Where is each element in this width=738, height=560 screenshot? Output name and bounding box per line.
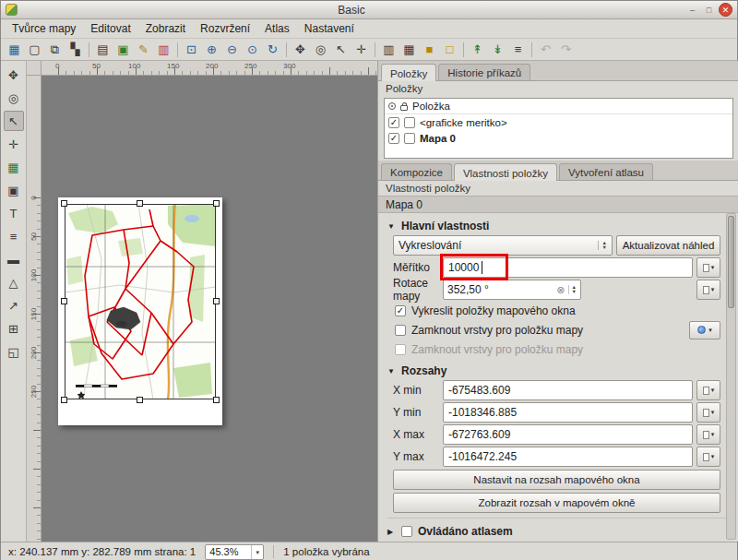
set-to-map-extent-button[interactable]: Nastavit na rozsah mapového okna [393,470,720,490]
add-attribute-table-icon[interactable]: ⊞ [4,318,24,339]
expand-icon[interactable]: ▶ [387,528,396,536]
selection-handle[interactable] [61,200,67,207]
layout-manager-icon[interactable]: ▚ [65,40,85,59]
move-item-content-icon[interactable]: ✛ [4,134,24,154]
zoom-in-icon[interactable]: ⊕ [202,40,221,59]
add-label-icon[interactable]: T [4,203,24,223]
move-item-content-icon[interactable]: ✛ [351,40,371,59]
menu-item[interactable]: Tvůrce mapy [5,20,83,37]
map-item[interactable] [65,204,216,399]
selection-handle[interactable] [137,397,143,403]
chevron-down-icon[interactable]: ▾ [251,545,263,559]
duplicate-layout-icon[interactable]: ⧉ [45,40,65,59]
xmax-input[interactable]: -672763.609 [443,424,693,445]
ymax-input[interactable]: -1016472.245 [443,447,693,467]
item-lock-checkbox[interactable]: ✓ [404,117,415,128]
zoom-actual-icon[interactable]: ⊙ [243,40,262,59]
menu-item[interactable]: Nastavení [297,20,362,37]
toolbar-separator[interactable] [375,42,375,57]
layout-viewport[interactable] [42,76,377,542]
collapse-icon[interactable]: ▼ [387,222,396,231]
layer-preset-button[interactable]: ▾ [689,321,720,340]
item-lock-checkbox[interactable]: ✓ [404,133,415,144]
zoom-tool-icon[interactable]: ◎ [311,40,330,59]
zoom-out-icon[interactable]: ⊖ [222,40,242,59]
lock-items-icon[interactable]: ■ [420,40,439,59]
redo-icon[interactable]: ↷ [556,40,576,59]
maximize-button[interactable]: □ [702,3,716,17]
rotation-spinbox[interactable]: 352,50 ° ⊗ ▲▼ [443,280,581,300]
save-icon[interactable]: ▦ [5,40,24,59]
zoom-full-icon[interactable]: ⊡ [182,40,201,59]
export-image-icon[interactable]: ▣ [113,40,133,59]
lock-layers-checkbox[interactable]: ✓ [395,325,406,336]
add-legend-icon[interactable]: ≡ [4,226,24,246]
atlas-checkbox[interactable]: ✓ [401,526,412,537]
draw-map-items-checkbox[interactable]: ✓ [395,305,406,316]
update-preview-button[interactable]: Aktualizovat náhled [616,235,720,256]
pan-tool-icon[interactable]: ✥ [4,65,24,85]
unlock-items-icon[interactable]: □ [440,40,459,59]
zoom-tool-icon[interactable]: ◎ [4,88,24,108]
item-row-scalebar[interactable]: ✓ ✓ <graficke meritko> [385,114,732,130]
tab-items[interactable]: Položky [381,64,436,81]
tab-item-properties[interactable]: Vlastnosti položky [454,163,557,181]
toolbar-separator[interactable] [177,42,178,57]
item-row-map[interactable]: ✓ ✓ Mapa 0 [385,130,732,146]
export-pdf-icon[interactable]: ▥ [154,40,173,59]
clear-value-icon[interactable]: ⊗ [556,284,565,296]
xmin-input[interactable]: -675483.609 [443,380,693,400]
new-layout-icon[interactable]: ▢ [25,40,44,59]
section-main-properties[interactable]: ▼ Hlavní vlastnosti [387,219,732,233]
select-move-item-icon[interactable]: ↖ [331,40,351,59]
layout-page[interactable] [58,197,222,425]
titlebar[interactable]: Basic – □ ✕ [1,1,737,19]
add-html-frame-icon[interactable]: ◱ [4,341,24,362]
selection-handle[interactable] [137,200,143,207]
section-extents[interactable]: ▼ Rozsahy [387,363,732,378]
view-extent-in-canvas-button[interactable]: Zobrazit rozsah v mapovém okně [393,493,720,513]
menu-item[interactable]: Editovat [83,20,137,37]
selection-handle[interactable] [61,298,67,304]
ymin-input[interactable]: -1018346.885 [443,402,693,423]
tab-atlas-generation[interactable]: Vytvoření atlasu [559,163,653,180]
item-visibility-checkbox[interactable]: ✓ [388,133,399,144]
print-icon[interactable]: ▤ [93,40,113,59]
menu-item[interactable]: Rozvržení [193,20,257,37]
add-scalebar-icon[interactable]: ▬ [4,249,24,269]
toolbar-separator[interactable] [89,42,89,57]
add-image-icon[interactable]: ▣ [4,180,24,200]
properties-scrollbar[interactable] [726,213,736,540]
add-arrow-icon[interactable]: ↗ [4,295,24,316]
add-shape-icon[interactable]: △ [4,272,24,292]
add-map-icon[interactable]: ▦ [4,157,24,177]
minimize-button[interactable]: – [685,3,699,17]
undo-icon[interactable]: ↶ [536,40,555,59]
tab-composition[interactable]: Kompozice [381,163,452,180]
ymin-data-defined-button[interactable]: ▾ [696,402,720,423]
selection-handle[interactable] [213,298,220,304]
selection-handle[interactable] [213,397,220,403]
scrollbar-thumb[interactable] [728,216,734,308]
render-mode-combo[interactable]: Vykreslování ▲▼ [393,235,613,256]
menu-item[interactable]: Zobrazit [138,20,193,37]
ymax-data-defined-button[interactable]: ▾ [696,447,720,467]
select-move-item-icon[interactable]: ↖ [4,111,24,131]
item-visibility-checkbox[interactable]: ✓ [388,117,399,128]
group-items-icon[interactable]: ▥ [379,40,399,59]
toolbar-separator[interactable] [531,42,532,57]
toolbar-separator[interactable] [463,42,464,57]
close-button[interactable]: ✕ [719,3,732,17]
scale-data-defined-button[interactable]: ▾ [696,257,720,278]
align-items-icon[interactable]: ≡ [508,40,528,59]
export-svg-icon[interactable]: ✎ [134,40,153,59]
zoom-level-combo[interactable]: 45.3% ▾ [205,544,264,560]
tab-command-history[interactable]: Historie příkazů [438,64,530,80]
xmin-data-defined-button[interactable]: ▾ [696,380,720,400]
selection-handle[interactable] [61,397,67,403]
section-controlled-by-atlas[interactable]: ▶ ✓ Ovládáno atlasem [387,524,732,539]
selection-handle[interactable] [213,200,220,207]
collapse-icon[interactable]: ▼ [387,367,396,375]
scale-input[interactable]: 10000 [443,257,693,278]
rotation-data-defined-button[interactable]: ▾ [696,280,720,300]
